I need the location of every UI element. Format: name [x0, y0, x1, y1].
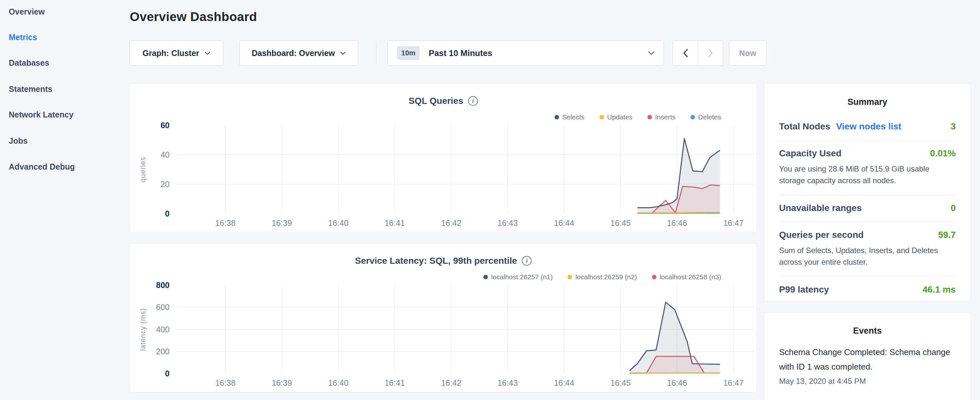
chart-canvas: 16:3816:3916:4016:4116:4216:4316:4416:45…: [130, 83, 757, 233]
summary-row-label: Capacity Used: [779, 148, 842, 159]
time-range-dropdown[interactable]: 10m Past 10 Minutes: [388, 40, 664, 66]
chevron-down-icon: [340, 51, 346, 55]
x-tick-label: 16:38: [215, 378, 235, 387]
y-tick-label: 200: [156, 347, 170, 356]
summary-row-label: Queries per second: [779, 230, 864, 240]
y-tick-label: 400: [156, 325, 170, 334]
sidebar-item-statements[interactable]: Statements: [9, 84, 52, 94]
chevron-down-icon: [648, 51, 654, 55]
y-tick-label: 40: [161, 150, 170, 159]
summary-row-label: Unavailable ranges: [779, 203, 862, 213]
x-tick-label: 16:46: [667, 378, 687, 387]
summary-row: Queries per second59.7Sum of Selects, Up…: [779, 222, 956, 277]
x-tick-label: 16:38: [215, 218, 235, 228]
x-tick-label: 16:42: [441, 378, 461, 387]
sidebar-item-network-latency[interactable]: Network Latency: [9, 110, 73, 120]
x-tick-label: 16:47: [724, 378, 744, 387]
x-tick-label: 16:39: [272, 218, 292, 228]
summary-row: P99 latency46.1 ms: [779, 277, 956, 303]
service-latency-chart-card: Service Latency: SQL, 99th percentile i …: [129, 243, 757, 392]
prev-interval-button[interactable]: [673, 41, 698, 65]
sidebar-item-advanced-debug[interactable]: Advanced Debug: [9, 162, 75, 172]
dashboard-dropdown-label: Dashboard: Overview: [252, 49, 335, 58]
view-nodes-list-link[interactable]: View nodes list: [836, 121, 901, 132]
x-tick-label: 16:43: [498, 218, 518, 228]
summary-row-value: 0.01%: [930, 148, 956, 159]
x-tick-label: 16:44: [554, 378, 574, 387]
y-tick-label: 0: [165, 369, 170, 378]
chart-canvas: 16:3816:3916:4016:4116:4216:4316:4416:45…: [130, 243, 757, 393]
controls-divider: [376, 41, 376, 65]
summary-row-label: Total Nodes: [779, 121, 830, 132]
series-area-Selects: [637, 139, 720, 214]
x-tick-label: 16:41: [385, 378, 405, 387]
graph-dropdown[interactable]: Graph: Cluster: [129, 40, 223, 66]
page-title: Overview Dashboard: [130, 10, 257, 24]
time-pager: [673, 40, 723, 66]
summary-row: Total NodesView nodes list3: [779, 113, 956, 140]
y-axis-title: latency (ms): [139, 308, 147, 351]
sidebar-item-databases[interactable]: Databases: [9, 58, 49, 68]
app-root: OverviewMetricsDatabasesStatementsNetwor…: [0, 0, 980, 400]
summary-row-value: 3: [951, 121, 956, 132]
summary-title: Summary: [764, 97, 970, 107]
events-title: Events: [764, 326, 970, 336]
y-axis-title: queries: [139, 157, 147, 182]
event-timestamp: May 13, 2020 at 4:45 PM: [779, 377, 956, 386]
chevron-left-icon: [683, 49, 688, 57]
summary-row-value: 0: [951, 203, 956, 213]
summary-row-value: 59.7: [938, 230, 956, 240]
y-tick-label: 60: [161, 121, 170, 130]
summary-row-description: You are using 28.6 MiB of 515.9 GiB usab…: [779, 163, 956, 186]
x-tick-label: 16:39: [272, 378, 292, 387]
y-tick-label: 800: [156, 280, 170, 290]
events-list: Schema Change Completed: Schema change w…: [764, 336, 970, 386]
summary-row: Capacity Used0.01%You are using 28.6 MiB…: [779, 140, 956, 195]
summary-panel: Summary Total NodesView nodes list3Capac…: [764, 83, 971, 301]
sidebar-item-jobs[interactable]: Jobs: [9, 136, 27, 146]
events-panel: Events Schema Change Completed: Schema c…: [764, 312, 971, 400]
time-range-label: Past 10 Minutes: [429, 48, 492, 58]
x-tick-label: 16:43: [498, 378, 518, 387]
event-item[interactable]: Schema Change Completed: Schema change w…: [764, 336, 970, 386]
now-button[interactable]: Now: [729, 40, 767, 66]
x-tick-label: 16:45: [611, 378, 631, 387]
x-tick-label: 16:42: [441, 218, 461, 228]
summary-row-label: P99 latency: [779, 284, 829, 295]
x-tick-label: 16:45: [611, 218, 631, 228]
chevron-right-icon: [708, 49, 713, 57]
y-tick-label: 0: [165, 209, 170, 218]
series-area-localhost:26257 (n1): [630, 302, 720, 373]
next-interval-button[interactable]: [698, 41, 723, 65]
chevron-down-icon: [204, 51, 210, 55]
y-tick-label: 600: [156, 303, 170, 312]
summary-row-value: 46.1 ms: [923, 284, 956, 295]
graph-dropdown-label: Graph: Cluster: [142, 49, 199, 58]
x-tick-label: 16:41: [385, 218, 405, 228]
event-message: Schema Change Completed: Schema change w…: [779, 345, 956, 374]
summary-row: Unavailable ranges0: [779, 195, 956, 222]
x-tick-label: 16:47: [724, 218, 744, 228]
x-tick-label: 16:40: [328, 378, 348, 387]
x-tick-label: 16:46: [667, 218, 687, 228]
sidebar-item-overview[interactable]: Overview: [9, 7, 45, 16]
summary-row-description: Sum of Selects, Updates, Inserts, and De…: [779, 245, 956, 268]
dashboard-dropdown[interactable]: Dashboard: Overview: [239, 40, 358, 66]
sql-queries-chart-card: SQL Queries i SelectsUpdatesInsertsDelet…: [129, 83, 757, 233]
x-tick-label: 16:44: [554, 218, 574, 228]
summary-rows: Total NodesView nodes list3Capacity Used…: [764, 107, 970, 303]
y-tick-label: 20: [161, 180, 170, 189]
sidebar-item-metrics[interactable]: Metrics: [9, 33, 37, 42]
time-window-badge: 10m: [397, 46, 420, 60]
x-tick-label: 16:40: [328, 218, 348, 228]
